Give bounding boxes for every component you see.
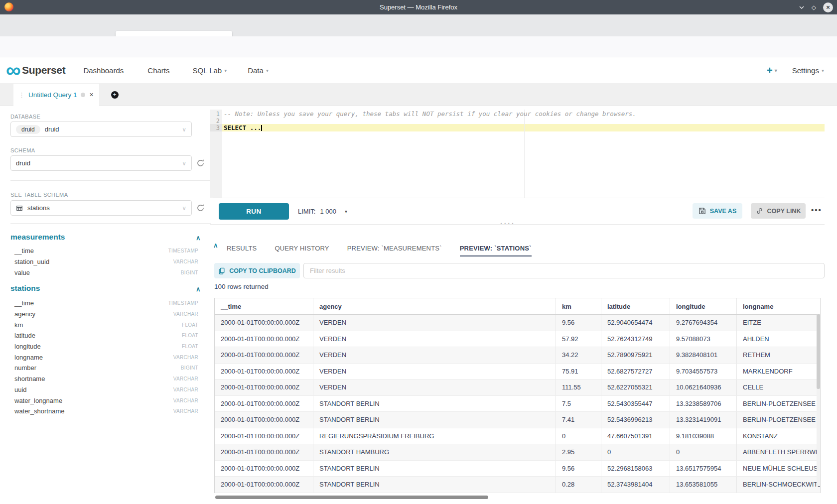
cell: 57.92	[556, 331, 601, 347]
cell: 7.5	[556, 396, 601, 412]
tab-preview-stations[interactable]: PREVIEW: `STATIONS`	[460, 240, 532, 256]
tab-preview-measurements[interactable]: PREVIEW: `MEASUREMENTS`	[347, 240, 442, 256]
column-header-km[interactable]: km	[556, 298, 601, 314]
active-line-highlight	[222, 124, 825, 131]
table-schema-select[interactable]: stations ∨	[10, 200, 192, 216]
filter-results-input[interactable]	[303, 263, 825, 278]
cell: 13.3238589706	[670, 396, 736, 412]
new-query-tab-button[interactable]: +	[106, 84, 124, 106]
divider	[213, 198, 825, 198]
column-row: __timeTIMESTAMP	[10, 298, 198, 309]
tab-query-history[interactable]: QUERY HISTORY	[275, 240, 329, 256]
limit-dropdown[interactable]: LIMIT: 1 000 ▾	[298, 203, 347, 220]
nav-sql-lab[interactable]: SQL Lab▾	[193, 66, 227, 75]
run-button[interactable]: RUN	[219, 203, 289, 220]
column-header-latitude[interactable]: latitude	[601, 298, 670, 314]
cell: 2000-01-01T00:00:00.000Z	[215, 396, 313, 412]
sql-editor[interactable]: 1 2 3 -- Note: Unless you save your quer…	[210, 110, 825, 198]
column-row: water_longnameVARCHAR	[10, 395, 198, 406]
table-row: 2000-01-01T00:00:00.000ZSTANDORT BERLIN7…	[215, 396, 820, 412]
cell: 9.181039088	[670, 428, 736, 444]
query-tab-untitled[interactable]: ⋮ Untitled Query 1 ×	[13, 84, 99, 106]
column-header-time[interactable]: __time	[215, 298, 313, 314]
browser-toolbar: ← → ↻ 172.18.0.4:32251/superset/sqllab/ …	[0, 36, 837, 57]
column-row: kmFLOAT	[10, 319, 198, 330]
limit-value: 1 000	[320, 208, 336, 215]
window-titlebar: Superset — Mozilla Firefox ◇ ×	[0, 0, 837, 14]
table-row: 2000-01-01T00:00:00.000ZVERDEN111.5552.6…	[215, 379, 820, 396]
new-item-button[interactable]: +▾	[767, 65, 777, 76]
nav-charts[interactable]: Charts	[147, 66, 169, 75]
pane-drag-handle[interactable]: ····	[500, 220, 516, 228]
table-row: 2000-01-01T00:00:00.000ZVERDEN34.2252.78…	[215, 347, 820, 364]
table-value: stations	[27, 204, 50, 212]
cell: STANDORT BERLIN	[313, 477, 556, 493]
save-as-button[interactable]: SAVE AS	[693, 203, 742, 219]
cell: ABBENFLETH SPERRWERK	[736, 444, 820, 460]
copy-link-button[interactable]: COPY LINK	[751, 203, 806, 219]
horizontal-scrollbar[interactable]	[215, 496, 488, 499]
drag-handle-icon[interactable]: ⋮	[18, 91, 25, 99]
cell: 2000-01-01T00:00:00.000Z	[215, 412, 313, 428]
cell: VERDEN	[313, 379, 556, 395]
caret-down-icon: ▾	[266, 68, 269, 73]
caret-down-icon: ▾	[224, 68, 227, 73]
copy-icon	[218, 267, 225, 274]
cell: 9.7034557573	[670, 364, 736, 379]
database-value: druid	[45, 126, 59, 133]
divider	[10, 223, 211, 224]
cell: AHLDEN	[736, 331, 820, 347]
cell: MARKLENDORF	[736, 364, 820, 379]
cell: 13.6517575954	[670, 461, 736, 477]
cell: 34.22	[556, 347, 601, 363]
column-header-longitude[interactable]: longitude	[670, 298, 736, 314]
cell: 2.95	[556, 444, 601, 460]
refresh-table-icon[interactable]	[196, 204, 205, 212]
tab-state-dot	[81, 93, 85, 97]
line-number: 1	[210, 111, 220, 118]
superset-navbar: ∞ Superset Dashboards Charts SQL Lab▾ Da…	[0, 57, 837, 84]
column-row: __timeTIMESTAMP	[10, 245, 198, 256]
settings-menu[interactable]: Settings▾	[792, 66, 824, 75]
superset-logo[interactable]: ∞ Superset	[6, 63, 65, 78]
tab-results[interactable]: RESULTS	[227, 240, 257, 256]
chevron-down-icon: ∨	[182, 126, 186, 133]
database-label: DATABASE	[10, 114, 40, 120]
schema-heading-stations[interactable]: stations	[10, 284, 40, 293]
refresh-schema-icon[interactable]	[196, 159, 205, 167]
query-tab-close-icon[interactable]: ×	[90, 91, 94, 99]
cell: CELLE	[736, 379, 820, 395]
cell: 52.6227055321	[601, 379, 670, 395]
schema-heading-measurements[interactable]: measurements	[10, 233, 65, 242]
collapse-icon[interactable]: ∧	[196, 285, 201, 293]
collapse-icon[interactable]: ∧	[213, 242, 218, 249]
column-header-longname[interactable]: longname	[736, 298, 820, 314]
limit-label: LIMIT:	[298, 208, 315, 215]
cell: BERLIN-PLOETZENSEE OP	[736, 412, 820, 428]
collapse-icon[interactable]: ∧	[196, 234, 201, 242]
column-header-agency[interactable]: agency	[313, 298, 556, 314]
results-table-header: __time agency km latitude longitude long…	[215, 298, 820, 315]
cell: STANDORT HAMBURG	[313, 444, 556, 460]
link-icon	[756, 207, 763, 215]
more-actions-button[interactable]: •••	[811, 206, 822, 214]
pane-divider[interactable]	[210, 224, 825, 225]
database-select[interactable]: druid druid ∨	[10, 122, 192, 137]
table-icon	[16, 205, 23, 212]
cell: 2000-01-01T00:00:00.000Z	[215, 331, 313, 347]
cell: 2000-01-01T00:00:00.000Z	[215, 364, 313, 379]
cell: 52.5436996213	[601, 412, 670, 428]
superset-logo-icon: ∞	[6, 63, 20, 78]
nav-dashboards[interactable]: Dashboards	[83, 66, 124, 75]
window-maximize-button[interactable]: ◇	[812, 4, 816, 11]
browser-tabstrip: Apache Druid × ∞ Superset × +	[0, 14, 837, 36]
nav-data[interactable]: Data▾	[248, 66, 269, 75]
column-row: station_uuidVARCHAR	[10, 256, 198, 267]
window-minimize-button[interactable]	[799, 4, 805, 10]
nav-right: +▾ Settings▾	[767, 65, 837, 76]
vertical-scrollbar[interactable]	[817, 314, 820, 486]
schema-select[interactable]: druid ∨	[10, 155, 192, 171]
query-tab-title: Untitled Query 1	[28, 91, 77, 99]
window-close-button[interactable]: ×	[823, 2, 833, 12]
copy-to-clipboard-button[interactable]: COPY TO CLIPBOARD	[214, 263, 300, 278]
